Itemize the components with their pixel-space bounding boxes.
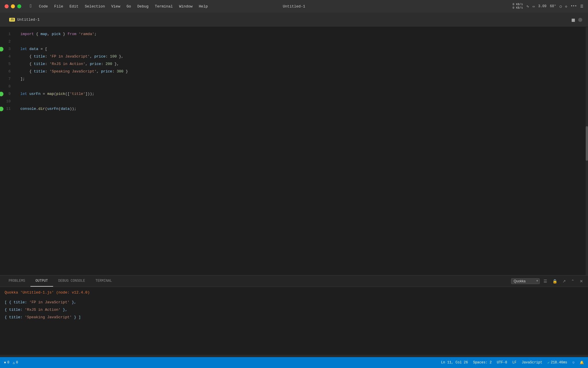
js-badge: JS	[9, 18, 15, 22]
output-body: [ { title: 'FP in JavaScript' }, { title…	[5, 299, 583, 321]
line-ending[interactable]: LF	[512, 361, 517, 365]
panel-content: Quokka 'Untitled-1.js' (node: v12.4.0) […	[0, 287, 588, 355]
line-num-6: 6	[0, 68, 13, 75]
settings-icon[interactable]	[578, 18, 582, 22]
line-num-11: 11	[0, 105, 13, 113]
line-num-2: 2	[0, 38, 13, 45]
quokka-time: 218.46ms	[551, 361, 567, 365]
tab-debug-console[interactable]: DEBUG CONSOLE	[53, 275, 90, 287]
breakpoint-11[interactable]	[0, 107, 3, 111]
code-line-9: let usrFn = map(pick(['title']));	[16, 90, 588, 98]
chevron-up-icon[interactable]: ⌃	[570, 278, 576, 284]
minimize-button[interactable]	[11, 4, 15, 8]
output-select[interactable]: Quokka	[511, 278, 540, 284]
menu-terminal[interactable]: Terminal	[152, 3, 175, 9]
editor-tab[interactable]: JS Untitled-1	[6, 16, 43, 24]
code-line-6: { title: 'Speaking JavaScript', price: 3…	[16, 68, 588, 75]
line-num-9: 9	[0, 90, 13, 98]
output-line-1: [ { title: 'FP in JavaScript' },	[5, 299, 583, 306]
tab-output[interactable]: OUTPUT	[30, 275, 53, 287]
clock-icon: ◯	[560, 4, 562, 9]
open-external-icon[interactable]: ↗	[561, 278, 567, 284]
filter-icon[interactable]: ☰	[542, 278, 549, 284]
battery-level: 3.09	[538, 4, 547, 8]
error-number: 0	[7, 361, 9, 365]
code-line-3: let data = [	[16, 45, 588, 53]
tab-label: Untitled-1	[17, 18, 40, 22]
menu-view[interactable]: View	[108, 3, 123, 9]
error-x-icon: ✖	[4, 361, 6, 365]
code-line-7: ];	[16, 75, 588, 83]
breakpoint-9[interactable]	[0, 92, 3, 96]
line-numbers: 1 2 3 4 5 6 7 8 9 10 11	[0, 27, 16, 275]
error-count[interactable]: ✖ 0 △ 0	[4, 361, 18, 365]
code-line-8	[16, 83, 588, 90]
panel: PROBLEMS OUTPUT DEBUG CONSOLE TERMINAL Q…	[0, 275, 588, 357]
traffic-lights	[5, 4, 21, 8]
more-icon: •••	[570, 4, 577, 8]
output-line-2: { title: 'RxJS in Action' },	[5, 306, 583, 314]
breakpoint-3[interactable]	[0, 47, 3, 51]
code-line-1: import { map, pick } from 'ramda';	[16, 30, 588, 38]
encoding[interactable]: UTF-8	[497, 361, 507, 365]
wifi-icon: ∿	[526, 4, 529, 9]
titlebar-right: 0 KB/s0 KB/s ∿ ▭ 3.09 68° ◯ ◇ ••• ☰	[512, 3, 583, 10]
warning-icon: △	[13, 361, 15, 365]
temperature: 68°	[550, 4, 556, 8]
line-num-5: 5	[0, 60, 13, 68]
status-left: ✖ 0 △ 0	[4, 361, 18, 365]
menu-code[interactable]: Code	[36, 3, 51, 9]
close-panel-icon[interactable]: ✕	[578, 278, 585, 284]
tabbar-right: ▦	[572, 17, 582, 23]
cursor-position[interactable]: Ln 11, Col 26	[441, 361, 468, 365]
editor-scrollbar[interactable]	[586, 27, 588, 275]
extension-icon: ◇	[565, 4, 567, 9]
lock-icon[interactable]: 🔒	[551, 278, 559, 284]
code-line-11: console.dir(usrFn(data));	[16, 105, 588, 113]
output-source-selector[interactable]: Quokka ▼	[511, 278, 540, 284]
close-button[interactable]	[5, 4, 9, 8]
scrollbar-thumb[interactable]	[586, 126, 588, 161]
line-num-8: 8	[0, 83, 13, 90]
list-icon: ☰	[580, 4, 583, 9]
split-editor-icon[interactable]: ▦	[572, 17, 575, 23]
output-header: Quokka 'Untitled-1.js' (node: v12.4.0)	[5, 290, 583, 295]
code-line-10	[16, 98, 588, 105]
menu-file[interactable]: File	[51, 3, 66, 9]
menu-window[interactable]: Window	[176, 3, 196, 9]
menu-help[interactable]: Help	[196, 3, 211, 9]
titlebar-left:  Code File Edit Selection View Go Debug…	[5, 3, 211, 10]
panel-tabs: PROBLEMS OUTPUT DEBUG CONSOLE TERMINAL Q…	[0, 275, 588, 287]
battery-icon: ▭	[533, 4, 535, 9]
code-area[interactable]: import { map, pick } from 'ramda'; let d…	[16, 27, 588, 275]
titlebar:  Code File Edit Selection View Go Debug…	[0, 0, 588, 13]
line-num-3: 3	[0, 45, 13, 53]
quokka-status[interactable]: ✔ 218.46ms	[548, 361, 567, 365]
line-num-10: 10	[0, 98, 13, 105]
maximize-button[interactable]	[17, 4, 21, 8]
menu-debug[interactable]: Debug	[134, 3, 151, 9]
menu-go[interactable]: Go	[124, 3, 134, 9]
code-line-5: { title: 'RxJS in Action', price: 200 },	[16, 60, 588, 68]
window-title: Untitled-1	[283, 4, 305, 9]
menu-selection[interactable]: Selection	[82, 3, 108, 9]
system-stats: 0 KB/s0 KB/s	[512, 3, 523, 10]
menu-bar:  Code File Edit Selection View Go Debug…	[27, 3, 211, 10]
apple-menu[interactable]: 	[27, 3, 36, 10]
tab-problems[interactable]: PROBLEMS	[3, 275, 30, 287]
indentation[interactable]: Spaces: 2	[473, 361, 492, 365]
notification-icon[interactable]: 🔔	[580, 361, 584, 365]
status-right: Ln 11, Col 26 Spaces: 2 UTF-8 LF JavaScr…	[441, 361, 584, 365]
panel-tab-actions: Quokka ▼ ☰ 🔒 ↗ ⌃ ✕	[511, 278, 585, 284]
code-line-4: { title: 'FP in JavaScript', price: 100 …	[16, 53, 588, 60]
line-num-4: 4	[0, 53, 13, 60]
menu-edit[interactable]: Edit	[67, 3, 81, 9]
smiley-icon[interactable]: ☺	[572, 361, 575, 365]
panel-scrollbar[interactable]	[0, 355, 588, 357]
output-line-3: { title: 'Speaking JavaScript' } ]	[5, 314, 583, 321]
line-num-7: 7	[0, 75, 13, 83]
tab-terminal[interactable]: TERMINAL	[90, 275, 117, 287]
statusbar: ✖ 0 △ 0 Ln 11, Col 26 Spaces: 2 UTF-8 LF…	[0, 357, 588, 368]
language-mode[interactable]: JavaScript	[522, 361, 542, 365]
checkmark-icon: ✔	[548, 361, 550, 365]
